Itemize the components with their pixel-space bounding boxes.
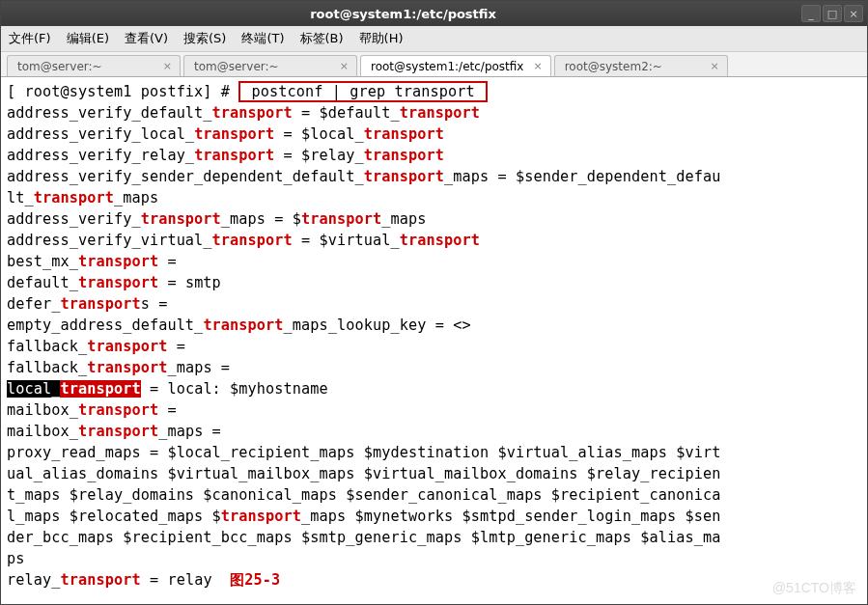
tab-label: root@system1:/etc/postfix [371,60,523,73]
tab-4[interactable]: root@system2:~× [554,55,728,76]
close-icon[interactable]: × [533,60,542,72]
tabbar: tom@server:~× tom@server:~× root@system1… [1,52,867,77]
close-icon[interactable]: × [163,60,172,72]
figure-label: 图25-3 [230,571,280,589]
command-highlight: postconf | grep transport [238,81,488,102]
close-button[interactable]: × [844,5,863,22]
tab-label: root@system2:~ [565,60,662,73]
tab-label: tom@server:~ [194,60,279,73]
tab-1[interactable]: tom@server:~× [7,55,181,76]
menu-terminal[interactable]: 终端(T) [241,30,284,47]
maximize-button[interactable]: □ [823,5,842,22]
terminal-output[interactable]: [ root@system1 postfix] # postconf | gre… [1,77,867,594]
titlebar: root@system1:/etc/postfix _ □ × [1,1,867,26]
tab-3[interactable]: root@system1:/etc/postfix× [360,55,551,76]
menu-search[interactable]: 搜索(S) [183,30,226,47]
menu-help[interactable]: 帮助(H) [359,30,404,47]
watermark: @51CTO博客 [772,580,856,597]
menu-edit[interactable]: 编辑(E) [67,30,109,47]
window-controls: _ □ × [801,5,863,22]
menu-tabs[interactable]: 标签(B) [300,30,344,47]
close-icon[interactable]: × [710,60,718,72]
tab-2[interactable]: tom@server:~× [183,55,357,76]
prompt: [ root@system1 postfix] # [7,83,238,100]
menubar: 文件(F) 编辑(E) 查看(V) 搜索(S) 终端(T) 标签(B) 帮助(H… [1,26,867,52]
close-icon[interactable]: × [340,60,349,72]
menu-file[interactable]: 文件(F) [9,30,51,47]
menu-view[interactable]: 查看(V) [125,30,168,47]
tab-label: tom@server:~ [17,60,102,73]
minimize-button[interactable]: _ [801,5,821,22]
window-title: root@system1:/etc/postfix [5,7,801,21]
